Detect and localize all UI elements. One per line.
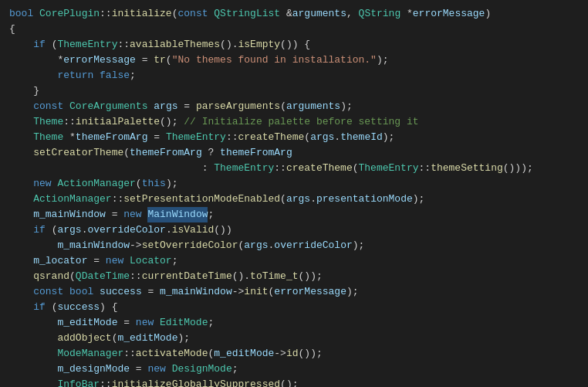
code-line-4: *errorMessage = tr("No themes found in i…: [0, 53, 588, 68]
code-line-11: : ThemeEntry::createTheme(ThemeEntry::th…: [0, 161, 588, 176]
code-line-5: return false;: [0, 68, 588, 83]
code-line-18: qsrand(QDateTime::currentDateTime().toTi…: [0, 269, 588, 284]
code-line-21: m_editMode = new EditMode;: [0, 315, 588, 331]
code-line-2: {: [0, 22, 588, 37]
code-line-8: Theme::initialPalette(); // Initialize p…: [0, 114, 588, 130]
code-line-25: InfoBar::initializeGloballySuppressed();: [0, 377, 588, 387]
code-line-7: const CoreArguments args = parseArgument…: [0, 99, 588, 114]
code-line-13: ActionManager::setPresentationModeEnable…: [0, 192, 588, 207]
code-line-1: bool CorePlugin::initialize(const QStrin…: [0, 6, 588, 22]
code-line-3: if (ThemeEntry::availableThemes().isEmpt…: [0, 37, 588, 53]
code-line-23: ModeManager::activateMode(m_editMode->id…: [0, 346, 588, 362]
code-line-10: setCreatorTheme(themeFromArg ? themeFrom…: [0, 145, 588, 161]
code-line-14: m_mainWindow = new MainWindow;: [0, 207, 588, 222]
code-line-17: m_locator = new Locator;: [0, 253, 588, 269]
code-line-12: new ActionManager(this);: [0, 176, 588, 192]
code-line-24: m_designMode = new DesignMode;: [0, 362, 588, 377]
code-line-22: addObject(m_editMode);: [0, 331, 588, 346]
code-line-16: m_mainWindow->setOverrideColor(args.over…: [0, 238, 588, 253]
code-line-19: const bool success = m_mainWindow->init(…: [0, 284, 588, 300]
code-line-9: Theme *themeFromArg = ThemeEntry::create…: [0, 130, 588, 145]
code-line-6: }: [0, 83, 588, 99]
code-line-15: if (args.overrideColor.isValid()): [0, 222, 588, 238]
code-line-20: if (success) {: [0, 300, 588, 315]
code-editor: bool CorePlugin::initialize(const QStrin…: [0, 0, 588, 387]
